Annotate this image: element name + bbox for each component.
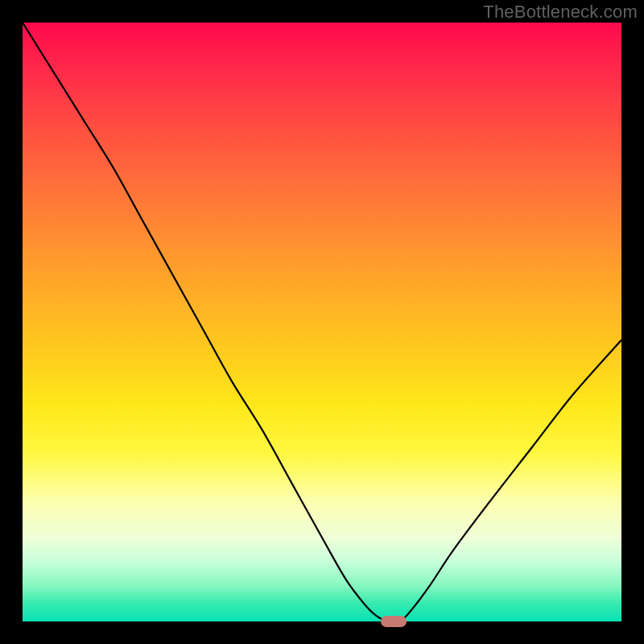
min-marker: [381, 616, 407, 627]
chart-container: TheBottleneck.com: [0, 0, 644, 644]
plot-area: [23, 23, 621, 621]
curve-path: [23, 23, 621, 621]
bottleneck-curve: [23, 23, 621, 621]
watermark-text: TheBottleneck.com: [483, 2, 638, 23]
